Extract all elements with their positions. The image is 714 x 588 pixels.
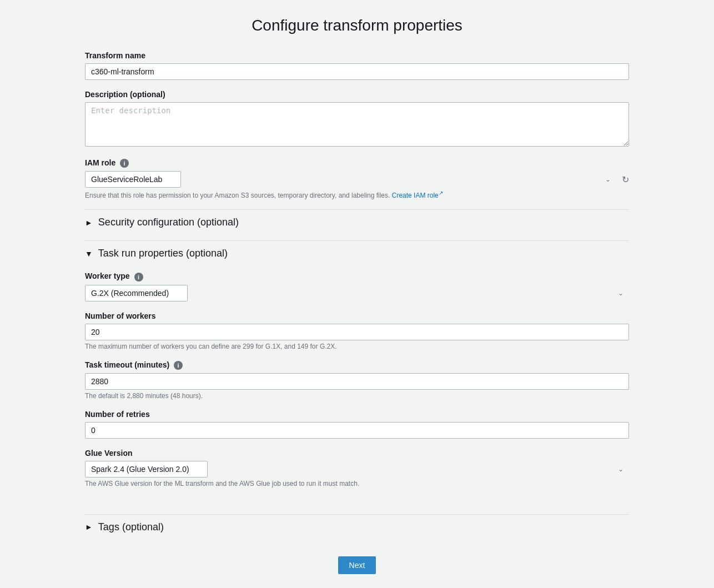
- external-link-icon: ↗: [439, 190, 443, 196]
- glue-version-select[interactable]: Spark 2.4 (Glue Version 2.0) Spark 2.2 (…: [85, 461, 208, 478]
- num-workers-label: Number of workers: [85, 311, 629, 320]
- glue-version-helper-text: The AWS Glue version for the ML transfor…: [85, 480, 629, 488]
- task-run-title: Task run properties (optional): [98, 248, 228, 259]
- tags-chevron-icon: ►: [85, 522, 93, 531]
- task-timeout-helper-text: The default is 2,880 minutes (48 hours).: [85, 392, 629, 400]
- iam-role-chevron-icon: ⌄: [605, 175, 611, 183]
- task-run-section: ▼ Task run properties (optional) Worker …: [85, 240, 629, 509]
- security-config-title: Security configuration (optional): [98, 217, 239, 228]
- iam-role-info-icon[interactable]: i: [120, 159, 129, 168]
- iam-role-helper-text: Ensure that this role has permission to …: [85, 190, 629, 199]
- worker-type-chevron-icon: ⌄: [618, 289, 624, 297]
- num-workers-input[interactable]: [85, 324, 629, 340]
- glue-version-select-wrapper: Spark 2.4 (Glue Version 2.0) Spark 2.2 (…: [85, 461, 629, 478]
- glue-version-chevron-icon: ⌄: [618, 465, 624, 473]
- security-config-section: ► Security configuration (optional): [85, 209, 629, 235]
- security-config-chevron-icon: ►: [85, 218, 93, 227]
- transform-name-label: Transform name: [85, 51, 629, 60]
- tags-title: Tags (optional): [98, 521, 164, 533]
- description-label: Description (optional): [85, 90, 629, 99]
- task-run-header[interactable]: ▼ Task run properties (optional): [85, 240, 629, 266]
- iam-role-select[interactable]: GlueServiceRoleLab: [85, 171, 181, 188]
- task-timeout-input[interactable]: [85, 373, 629, 390]
- tags-section: ► Tags (optional): [85, 514, 629, 540]
- num-retries-input[interactable]: [85, 422, 629, 439]
- create-iam-role-link[interactable]: Create IAM role↗: [392, 192, 443, 199]
- iam-role-refresh-icon[interactable]: ↻: [622, 174, 629, 185]
- iam-role-label: IAM role i: [85, 158, 629, 168]
- security-config-header[interactable]: ► Security configuration (optional): [85, 209, 629, 235]
- num-retries-label: Number of retries: [85, 410, 629, 419]
- description-input[interactable]: [85, 102, 629, 147]
- transform-name-input[interactable]: [85, 63, 629, 80]
- worker-type-info-icon[interactable]: i: [134, 273, 143, 282]
- next-button[interactable]: Next: [338, 556, 376, 574]
- task-run-chevron-icon: ▼: [85, 249, 93, 258]
- worker-type-select[interactable]: G.2X (Recommended) G.1X Standard: [85, 285, 188, 301]
- num-workers-helper-text: The maximum number of workers you can de…: [85, 343, 629, 350]
- task-timeout-info-icon[interactable]: i: [174, 361, 183, 370]
- tags-header[interactable]: ► Tags (optional): [85, 514, 629, 540]
- page-title: Configure transform properties: [85, 17, 629, 34]
- task-timeout-label: Task timeout (minutes) i: [85, 360, 629, 370]
- task-run-content: Worker type i G.2X (Recommended) G.1X St…: [85, 266, 629, 509]
- worker-type-label: Worker type i: [85, 272, 629, 281]
- glue-version-label: Glue Version: [85, 449, 629, 458]
- worker-type-select-wrapper: G.2X (Recommended) G.1X Standard ⌄: [85, 285, 629, 301]
